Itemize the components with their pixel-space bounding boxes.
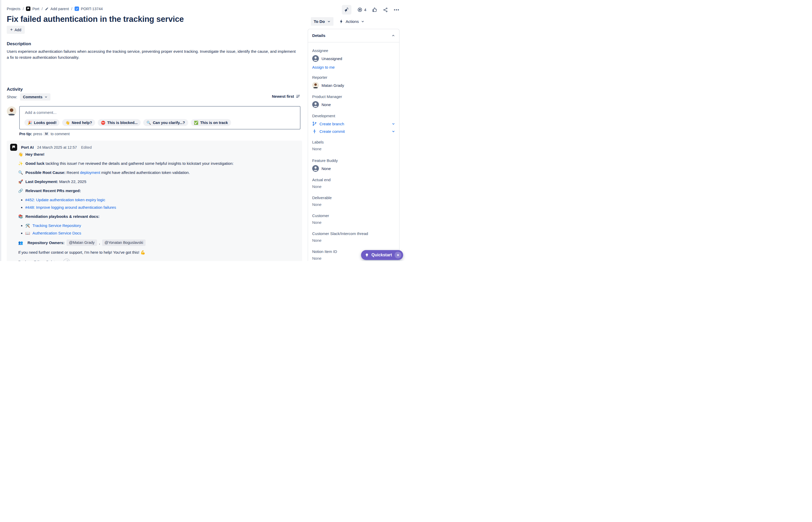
chevron-up-icon <box>391 34 395 37</box>
edit-button[interactable]: Edit <box>34 259 40 261</box>
description-body[interactable]: Users experience authentication failures… <box>7 48 296 60</box>
field-deliverable: Deliverable None <box>312 196 395 207</box>
create-branch-button[interactable]: Create branch <box>312 121 395 126</box>
git-commit-icon <box>312 129 317 134</box>
share-button[interactable] <box>383 7 388 13</box>
quick-reply-need-help[interactable]: 👋Need help? <box>62 119 95 126</box>
tools-emoji-icon: 🛠️ <box>25 223 30 228</box>
owners-separator: , <box>99 240 100 245</box>
comment-root-cause: 🔍Possible Root Cause: Recent deployment … <box>18 170 294 175</box>
keyboard-shortcut-m: M <box>43 132 49 136</box>
actions-dropdown[interactable]: Actions <box>339 17 364 26</box>
comment-input[interactable]: Add a comment... 🎉Looks good! 👋Need help… <box>19 106 301 129</box>
customer-value[interactable]: None <box>312 220 395 225</box>
megaphone-icon <box>344 7 349 13</box>
delete-button[interactable]: Delete <box>46 259 57 261</box>
party-emoji-icon: 🎉 <box>27 121 32 125</box>
comment-prs-heading: 🔗Relevant Recent PRs merged: <box>18 188 294 194</box>
tracking-repo-link[interactable]: Tracking Service Repository <box>33 223 81 228</box>
pr-452-link[interactable]: #452: Update authentication token expiry… <box>25 198 105 202</box>
field-customer: Customer None <box>312 214 395 225</box>
comment-last-deployment: 🚀Last Deployment: March 22, 2025 <box>18 179 294 184</box>
unassigned-avatar-icon <box>312 55 319 62</box>
issue-toolbar: 4 ••• <box>342 5 400 15</box>
add-reaction-button[interactable] <box>63 259 70 261</box>
pr-448-link[interactable]: #448: Improve logging around authenticat… <box>25 205 116 209</box>
deployment-link[interactable]: deployment <box>80 170 100 175</box>
details-panel-header[interactable]: Details <box>308 29 399 42</box>
field-labels: Labels None <box>312 140 395 151</box>
quickstart-close-button[interactable]: ✕ <box>394 252 401 258</box>
comments-filter-dropdown[interactable]: Comments <box>20 93 50 101</box>
assignee-value[interactable]: Unassigned <box>312 55 395 62</box>
reporter-value[interactable]: Matan Grady <box>312 82 395 89</box>
comment-timestamp[interactable]: 24 March 2025 at 12:57 <box>37 145 77 149</box>
assign-to-me-link[interactable]: Assign to me <box>312 65 395 69</box>
deliverable-value[interactable]: None <box>312 202 395 207</box>
create-commit-button[interactable]: Create commit <box>312 129 395 134</box>
quick-reply-chips: 🎉Looks good! 👋Need help? ⛔This is blocke… <box>24 119 231 126</box>
magnifier-emoji-icon: 🔍 <box>18 170 23 175</box>
quickstart-button[interactable]: Quickstart ✕ <box>361 250 403 260</box>
field-development: Development Create branch Create commit <box>312 114 395 134</box>
page-title: Fix failed authentication in the trackin… <box>7 15 184 24</box>
more-actions-button[interactable]: ••• <box>394 7 400 12</box>
sort-order-button[interactable]: Newest first <box>272 94 300 99</box>
mention-pill[interactable]: @Yonatan Boguslavski <box>102 239 146 246</box>
comment-good-luck: ✨Good luck tackling this issue! I've rev… <box>18 161 294 166</box>
breadcrumb-separator: / <box>42 7 43 11</box>
feedback-megaphone-button[interactable] <box>342 5 351 15</box>
breadcrumb-issue-key[interactable]: PORT-13744 <box>75 6 103 11</box>
activity-heading: Activity <box>7 87 23 92</box>
quick-reply-on-track[interactable]: ✅This is on track <box>191 119 231 126</box>
auth-docs-link[interactable]: Authentication Service Docs <box>33 231 81 235</box>
breadcrumb-projects[interactable]: Projects <box>7 7 20 11</box>
comment-repo-owners: 👥 Repository Owners: @Matan Grady , @Yon… <box>18 239 294 246</box>
comment-placeholder: Add a comment... <box>25 110 56 115</box>
details-heading: Details <box>312 33 325 38</box>
description-heading: Description <box>7 41 31 46</box>
comment-author[interactable]: Port AI <box>21 145 34 149</box>
none-avatar-icon <box>312 165 319 172</box>
thumbs-up-icon <box>372 7 377 13</box>
status-dropdown[interactable]: To Do <box>311 17 333 26</box>
add-button[interactable]: + Add <box>7 26 25 34</box>
quick-reply-looks-good[interactable]: 🎉Looks good! <box>24 119 60 126</box>
breadcrumb-port[interactable]: Port <box>26 6 39 11</box>
list-item: 🛠️Tracking Service Repository <box>25 223 294 228</box>
customer-thread-value[interactable]: None <box>312 238 395 243</box>
comment-footer: Reply · Edit · Delete · <box>18 259 294 261</box>
quick-reply-blocked[interactable]: ⛔This is blocked... <box>98 119 141 126</box>
sort-descending-icon <box>296 94 300 99</box>
pencil-icon <box>45 7 48 11</box>
vote-button[interactable] <box>372 7 377 13</box>
books-emoji-icon: 📚 <box>18 214 23 219</box>
magnifier-emoji-icon: 🔍 <box>146 121 151 125</box>
breadcrumb-separator: / <box>71 7 72 11</box>
comment-body: 👋Hey there! ✨Good luck tackling this iss… <box>18 152 294 261</box>
breadcrumb-separator: / <box>23 7 24 11</box>
watchers-button[interactable]: 4 <box>357 7 366 13</box>
breadcrumb: Projects / Port / Add parent / PORT-1374… <box>7 6 103 11</box>
doc-link-list: 🛠️Tracking Service Repository 📖Authentic… <box>18 223 294 236</box>
breadcrumb-add-parent[interactable]: Add parent <box>45 7 69 11</box>
reply-button[interactable]: Reply <box>18 259 28 261</box>
current-user-avatar <box>7 106 16 116</box>
actual-end-value[interactable]: None <box>312 184 395 189</box>
busts-emoji-icon: 👥 <box>18 240 23 245</box>
pro-tip: Pro tip: press M to comment <box>19 132 70 136</box>
sparkles-emoji-icon: ✨ <box>18 161 23 166</box>
mention-pill[interactable]: @Matan Grady <box>66 239 97 246</box>
product-manager-value[interactable]: None <box>312 101 395 108</box>
labels-value[interactable]: None <box>312 147 395 151</box>
add-reaction-icon <box>65 260 68 261</box>
field-assignee: Assignee Unassigned Assign to me <box>312 48 395 69</box>
reporter-avatar <box>312 82 319 89</box>
share-icon <box>383 7 388 13</box>
git-branch-icon <box>312 121 317 126</box>
comment-closing: If you need further context or support, … <box>18 249 294 255</box>
link-emoji-icon: 🔗 <box>18 188 23 193</box>
quick-reply-clarify[interactable]: 🔍Can you clarify...? <box>143 119 188 126</box>
feature-buddy-value[interactable]: None <box>312 165 395 172</box>
list-item: #452: Update authentication token expiry… <box>25 197 294 202</box>
